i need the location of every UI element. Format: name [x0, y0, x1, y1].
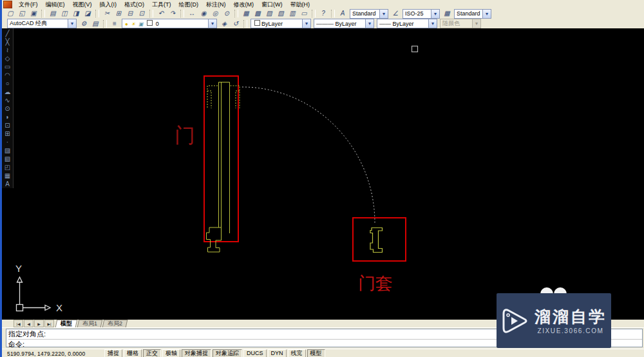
zoom-realtime-button[interactable]: ◉: [198, 8, 209, 19]
prev-tab-button[interactable]: ◀: [24, 320, 33, 327]
menu-file[interactable]: 文件(F): [15, 1, 41, 8]
properties-button[interactable]: ▦: [240, 8, 252, 19]
door-label[interactable]: 门: [175, 124, 195, 147]
menu-help[interactable]: 帮助(H): [287, 1, 314, 8]
layer-combo[interactable]: ● ☀ ▣ 0: [122, 19, 217, 28]
zoom-previous-button[interactable]: ⊙: [221, 8, 232, 19]
text-style-button[interactable]: A: [337, 8, 348, 19]
menu-view[interactable]: 视图(V): [70, 1, 95, 8]
dropdown-arrow-icon[interactable]: [365, 19, 374, 28]
tab-layout1[interactable]: 布局1: [77, 320, 103, 327]
pan-button[interactable]: ↔: [186, 8, 198, 19]
quickcalc-button[interactable]: ▭: [298, 8, 310, 19]
undo-button[interactable]: ↶: [155, 8, 167, 19]
dropdown-arrow-icon[interactable]: [379, 10, 388, 18]
ellipse-arc-button[interactable]: ◗: [3, 113, 12, 121]
dim-style-button[interactable]: ∠: [390, 8, 401, 19]
dim-style-combo[interactable]: ISO-25: [402, 9, 440, 19]
tab-model[interactable]: 模型: [55, 320, 78, 327]
menu-window[interactable]: 窗口(W): [258, 1, 286, 8]
dropdown-arrow-icon[interactable]: [428, 19, 437, 28]
toggle-lineweight[interactable]: 线宽: [288, 349, 306, 357]
dropdown-arrow-icon[interactable]: [302, 19, 310, 28]
point-button[interactable]: ·: [3, 138, 12, 146]
toggle-osnap[interactable]: 对象捕捉: [182, 349, 211, 357]
toggle-otrack[interactable]: 对象追踪: [213, 349, 242, 357]
hatch-button[interactable]: ▨: [3, 146, 12, 155]
frame-selection-box[interactable]: [353, 218, 406, 261]
new-button[interactable]: ▢: [5, 8, 16, 19]
menu-dimension[interactable]: 标注(N): [203, 1, 229, 8]
dropdown-arrow-icon[interactable]: [208, 19, 216, 28]
make-block-button[interactable]: ⊞: [3, 130, 12, 138]
markup-button[interactable]: ▥: [287, 8, 298, 19]
sheetset-manager-button[interactable]: ▧: [275, 8, 287, 19]
next-tab-button[interactable]: ▶: [34, 320, 44, 327]
menu-tools[interactable]: 工具(T): [149, 1, 175, 8]
toggle-dyn[interactable]: DYN: [268, 349, 287, 357]
first-tab-button[interactable]: |◀: [14, 320, 23, 327]
lineweight-combo[interactable]: —— ByLayer: [377, 19, 437, 28]
menu-insert[interactable]: 插入(I): [97, 1, 120, 8]
paste-button[interactable]: ⊟: [124, 8, 136, 19]
dropdown-arrow-icon[interactable]: [68, 19, 76, 28]
door-bottom-profile[interactable]: [207, 227, 222, 252]
menu-draw[interactable]: 绘图(D): [176, 1, 202, 8]
gradient-button[interactable]: ▧: [3, 155, 12, 163]
plot-preview-button[interactable]: ◫: [59, 8, 70, 19]
toggle-ortho[interactable]: 正交: [143, 349, 161, 357]
layer-properties-button[interactable]: ≡: [109, 19, 120, 29]
construction-line-button[interactable]: ╳: [3, 37, 12, 46]
door-panel[interactable]: [219, 82, 230, 234]
linetype-combo[interactable]: ——— ByLayer: [314, 19, 374, 28]
tool-palettes-button[interactable]: ▨: [263, 8, 275, 19]
match-properties-button[interactable]: ⊡: [136, 8, 147, 19]
multiline-text-button[interactable]: A: [3, 180, 12, 188]
table-style-button[interactable]: ▦: [441, 8, 453, 19]
dropdown-arrow-icon[interactable]: [482, 10, 491, 18]
drawing-canvas[interactable]: 门 门套 X Y ╱ ╳ ≀ ◇ ▭ ◠ ○ ☁ ∿ ⊙ ◗ ⊡ ⊞ · ▨ ▧…: [2, 28, 644, 320]
copy-button[interactable]: ⊞: [113, 8, 124, 19]
workspace-combo[interactable]: AutoCAD 经典: [7, 19, 77, 28]
plot-button[interactable]: ▤: [47, 8, 59, 19]
cut-button[interactable]: ✂: [101, 8, 113, 19]
insert-block-button[interactable]: ⊡: [3, 121, 12, 130]
rectangle-button[interactable]: ▭: [3, 63, 12, 71]
save-button[interactable]: ▣: [28, 8, 39, 19]
circle-button[interactable]: ○: [3, 79, 12, 88]
arc-button[interactable]: ◠: [3, 71, 12, 79]
zoom-window-button[interactable]: ◎: [209, 8, 221, 19]
dropdown-arrow-icon[interactable]: [431, 10, 439, 18]
toggle-polar[interactable]: 极轴: [162, 349, 180, 357]
layer-states-button[interactable]: ◈: [218, 19, 230, 29]
designcenter-button[interactable]: ▩: [252, 8, 263, 19]
toggle-ducs[interactable]: DUCS: [243, 349, 267, 357]
polyline-button[interactable]: ≀: [3, 46, 12, 54]
frame-label[interactable]: 门套: [358, 274, 393, 293]
menu-format[interactable]: 格式(O): [121, 1, 147, 8]
etransmit-button[interactable]: ◪: [82, 8, 93, 19]
text-style-combo[interactable]: Standard: [350, 9, 388, 19]
color-combo[interactable]: ByLayer: [251, 19, 311, 28]
tab-layout2[interactable]: 布局2: [102, 320, 128, 327]
table-style-combo[interactable]: Standard: [454, 9, 491, 19]
save-workspace-button[interactable]: ▤: [90, 19, 101, 29]
polygon-button[interactable]: ◇: [3, 54, 12, 63]
region-button[interactable]: ◰: [3, 163, 12, 171]
swing-arc[interactable]: [242, 87, 375, 223]
revision-cloud-button[interactable]: ☁: [3, 88, 12, 96]
ellipse-button[interactable]: ⊙: [3, 104, 12, 113]
toggle-snap[interactable]: 捕捉: [104, 349, 122, 357]
layer-previous-button[interactable]: ↺: [230, 19, 242, 29]
menu-modify[interactable]: 修改(M): [231, 1, 258, 8]
line-button[interactable]: ╱: [3, 29, 12, 37]
toggle-grid[interactable]: 栅格: [124, 349, 142, 357]
menu-edit[interactable]: 编辑(E): [43, 1, 68, 8]
door-top-dashed-left[interactable]: [207, 86, 218, 108]
help-button[interactable]: ?: [317, 8, 329, 19]
open-button[interactable]: ◱: [16, 8, 28, 19]
frame-profile[interactable]: [370, 228, 383, 253]
last-tab-button[interactable]: ▶|: [44, 320, 54, 327]
toggle-model[interactable]: 模型: [307, 349, 325, 357]
spline-button[interactable]: ∿: [3, 96, 12, 104]
